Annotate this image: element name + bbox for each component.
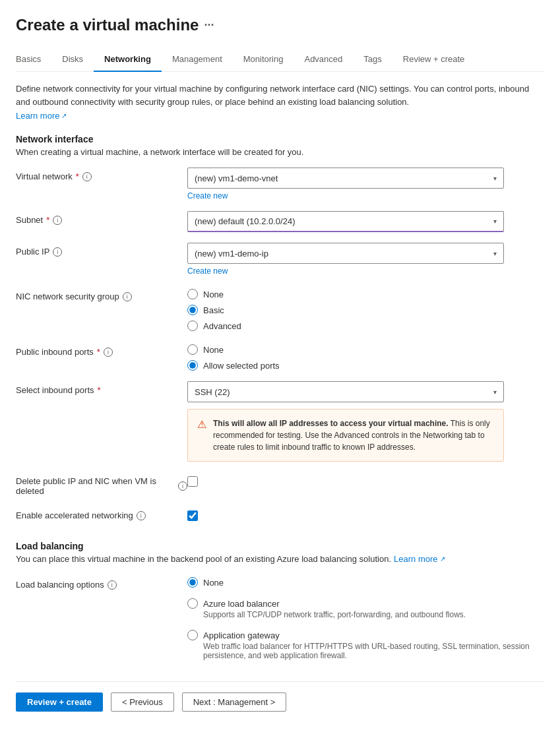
subnet-row: Subnet * i (new) default (10.2.0.0/24) ▾ — [16, 211, 544, 232]
accelerated-networking-checkbox[interactable] — [187, 510, 198, 521]
tab-management[interactable]: Management — [162, 47, 233, 72]
lb-azure-text: Azure load balancer — [203, 599, 280, 609]
public-inbound-none-option[interactable]: None — [187, 344, 544, 355]
public-ip-label: Public IP — [16, 247, 49, 257]
networking-description: Define network connectivity for your vir… — [16, 82, 544, 108]
public-inbound-required: * — [97, 347, 100, 357]
public-inbound-allow-radio[interactable] — [187, 360, 198, 371]
public-inbound-allow-option[interactable]: Allow selected ports — [187, 360, 544, 371]
select-inbound-dropdown[interactable]: SSH (22) ▾ — [187, 381, 504, 402]
select-inbound-required: * — [98, 385, 101, 395]
load-balancing-section: Load balancing You can place this virtua… — [16, 541, 544, 665]
learn-more-link[interactable]: Learn more ↗ — [16, 111, 67, 121]
tab-tags[interactable]: Tags — [353, 47, 392, 72]
lb-options-info-icon[interactable]: i — [108, 580, 117, 590]
create-new-vnet-link[interactable]: Create new — [187, 191, 544, 200]
public-inbound-none-radio[interactable] — [187, 344, 198, 355]
lb-learn-more-link[interactable]: Learn more ↗ — [394, 554, 445, 564]
subnet-dropdown[interactable]: (new) default (10.2.0.0/24) ▾ — [187, 211, 504, 232]
nic-nsg-basic-option[interactable]: Basic — [187, 305, 544, 315]
lb-azure-desc: Supports all TCP/UDP network traffic, po… — [203, 610, 544, 619]
delete-public-ip-label: Delete public IP and NIC when VM is dele… — [16, 476, 175, 496]
accelerated-networking-row: Enable accelerated networking i — [16, 507, 544, 528]
warning-bold-text: This will allow all IP addresses to acce… — [213, 419, 449, 428]
load-balancing-desc-row: You can place this virtual machine in th… — [16, 554, 544, 564]
virtual-network-info-icon[interactable]: i — [82, 172, 92, 181]
virtual-network-dropdown[interactable]: (new) vm1-demo-vnet ▾ — [187, 168, 504, 189]
tab-networking[interactable]: Networking — [94, 47, 162, 72]
delete-public-ip-row: Delete public IP and NIC when VM is dele… — [16, 472, 544, 496]
public-ip-info-icon[interactable]: i — [53, 247, 62, 257]
subnet-label: Subnet — [16, 215, 43, 225]
lb-none-label[interactable]: None — [187, 577, 544, 588]
delete-public-ip-checkbox[interactable] — [187, 476, 198, 487]
public-inbound-info-icon[interactable]: i — [104, 348, 113, 357]
warning-triangle-icon: ⚠ — [197, 418, 206, 453]
tab-basics[interactable]: Basics — [16, 47, 51, 72]
lb-none-text: None — [203, 578, 224, 588]
chevron-down-icon: ▾ — [493, 388, 497, 396]
nic-nsg-advanced-radio[interactable] — [187, 321, 198, 331]
public-inbound-control: None Allow selected ports — [187, 342, 544, 371]
public-ip-row: Public IP i (new) vm1-demo-ip ▾ Create n… — [16, 243, 544, 276]
tabs-nav: BasicsDisksNetworkingManagementMonitorin… — [16, 47, 544, 72]
lb-gateway-label[interactable]: Application gateway — [187, 630, 544, 640]
tab-disks[interactable]: Disks — [51, 47, 94, 72]
public-inbound-allow-label: Allow selected ports — [203, 361, 280, 371]
nic-nsg-none-radio[interactable] — [187, 289, 198, 299]
external-link-icon: ↗ — [61, 112, 67, 119]
create-new-ip-link[interactable]: Create new — [187, 266, 544, 276]
nic-nsg-label: NIC network security group — [16, 292, 119, 301]
public-ip-control: (new) vm1-demo-ip ▾ Create new — [187, 243, 544, 276]
nic-nsg-radio-group: None Basic Advanced — [187, 286, 544, 331]
load-balancing-title: Load balancing — [16, 541, 544, 551]
lb-gateway-option: Application gateway Web traffic load bal… — [187, 630, 544, 660]
chevron-down-icon: ▾ — [493, 250, 497, 257]
subnet-required: * — [46, 215, 49, 225]
page-title-ellipsis[interactable]: ··· — [204, 18, 214, 32]
page-title: Create a virtual machine — [16, 16, 199, 34]
tab-monitoring[interactable]: Monitoring — [233, 47, 294, 72]
nic-nsg-info-icon[interactable]: i — [123, 292, 132, 301]
lb-none-radio[interactable] — [187, 577, 198, 588]
virtual-network-row: Virtual network * i (new) vm1-demo-vnet … — [16, 168, 544, 200]
review-create-button[interactable]: Review + create — [16, 692, 103, 712]
public-inbound-ports-row: Public inbound ports * i None Allow sele… — [16, 342, 544, 371]
select-inbound-value: SSH (22) — [195, 387, 230, 397]
tab-advanced[interactable]: Advanced — [294, 47, 353, 72]
nic-nsg-basic-radio[interactable] — [187, 305, 198, 315]
public-ip-dropdown[interactable]: (new) vm1-demo-ip ▾ — [187, 243, 504, 264]
subnet-info-icon[interactable]: i — [53, 216, 62, 225]
next-management-button[interactable]: Next : Management > — [182, 692, 287, 712]
delete-public-ip-checkbox-label[interactable] — [187, 476, 544, 487]
network-interface-section: Network interface When creating a virtua… — [16, 134, 544, 528]
lb-gateway-text: Application gateway — [203, 630, 280, 640]
public-ip-value: (new) vm1-demo-ip — [195, 249, 268, 259]
chevron-down-icon: ▾ — [493, 218, 497, 225]
virtual-network-label: Virtual network — [16, 171, 73, 181]
accelerated-networking-info-icon[interactable]: i — [137, 511, 146, 520]
lb-gateway-desc: Web traffic load balancer for HTTP/HTTPS… — [203, 642, 544, 660]
public-inbound-none-label: None — [203, 345, 224, 355]
lb-gateway-radio[interactable] — [187, 630, 198, 640]
accelerated-networking-control — [187, 507, 544, 521]
lb-azure-label[interactable]: Azure load balancer — [187, 598, 544, 609]
public-inbound-radio-group: None Allow selected ports — [187, 342, 544, 371]
nic-nsg-advanced-option[interactable]: Advanced — [187, 321, 544, 331]
nic-nsg-advanced-label: Advanced — [203, 321, 241, 331]
network-interface-desc: When creating a virtual machine, a netwo… — [16, 147, 544, 157]
tab-review-create[interactable]: Review + create — [392, 47, 476, 72]
previous-button[interactable]: < Previous — [111, 692, 174, 712]
delete-public-ip-control — [187, 472, 544, 487]
virtual-network-required: * — [76, 171, 79, 181]
accelerated-networking-checkbox-label[interactable] — [187, 510, 544, 521]
nic-nsg-basic-label: Basic — [203, 305, 224, 315]
select-inbound-ports-row: Select inbound ports * SSH (22) ▾ ⚠ This… — [16, 381, 544, 462]
nic-nsg-none-option[interactable]: None — [187, 289, 544, 299]
chevron-down-icon: ▾ — [493, 175, 497, 182]
lb-azure-radio[interactable] — [187, 598, 198, 609]
delete-public-ip-info-icon[interactable]: i — [178, 481, 187, 491]
lb-external-link-icon: ↗ — [440, 555, 445, 563]
nic-nsg-row: NIC network security group i None Basic — [16, 286, 544, 331]
load-balancing-desc: You can place this virtual machine in th… — [16, 554, 391, 564]
